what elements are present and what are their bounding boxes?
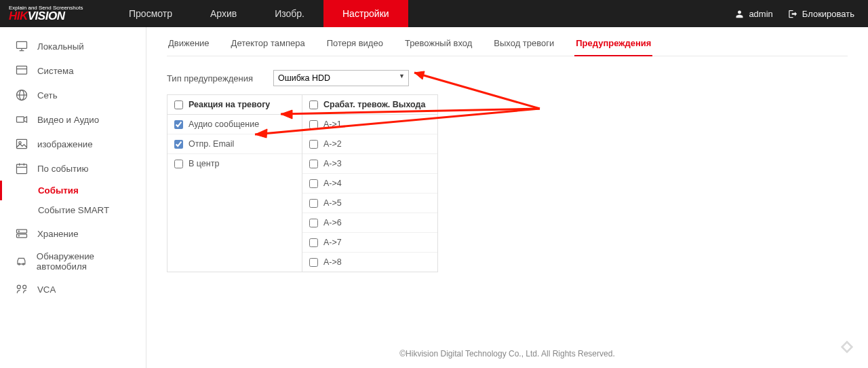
alarmout-8-label: A->8 [323,257,342,267]
topnav: Просмотр Архив Изобр. Настройки [110,0,408,27]
alarmout-3-label: A->3 [323,159,342,168]
main-panel: Движение Детектор тампера Потеря видео Т… [146,27,868,368]
subtab-alarm-out[interactable]: Выход тревоги [492,34,555,56]
sidebar-sub-events[interactable]: События [0,181,146,200]
linkage-all-checkbox[interactable] [174,100,183,109]
alarmout-5-checkbox[interactable] [309,199,318,208]
svg-point-17 [18,231,19,232]
sidebar-system[interactable]: Система [0,58,146,83]
monitor-icon [15,39,28,53]
alarmout-row-2: A->2 [302,134,437,154]
linkage-email-checkbox[interactable] [174,140,183,149]
column-alarm-out: Срабат. тревож. Выхода A->1 A->2 A->3 A-… [302,94,438,272]
logo: Explain and Send Screenshots HIKVISION [0,5,110,22]
linkage-audio-checkbox[interactable] [174,120,183,129]
system-icon [15,64,28,77]
sidebar-video-audio[interactable]: Видео и Аудио [0,107,146,132]
linkage-row-center: В центр [167,154,302,173]
sidebar-label: Видео и Аудио [37,115,99,125]
sidebar-label: VCA [37,284,56,295]
sidebar-by-event[interactable]: По событию [0,156,146,181]
alarmout-1-label: A->1 [323,119,342,129]
user-icon [734,9,745,19]
form-area: Тип предупреждения Ошибка HDD Реакция на… [167,56,848,272]
svg-rect-8 [17,117,24,122]
sidebar-sub-smart[interactable]: Событие SMART [0,200,146,220]
linkage-row-email: Отпр. Email [167,134,302,154]
sidebar-label: изображение [37,139,93,149]
calendar-icon [15,162,28,175]
network-icon [15,88,28,102]
topnav-settings[interactable]: Настройки [323,0,408,27]
diamond-icon [840,339,854,354]
svg-point-18 [18,236,19,236]
sidebar-storage[interactable]: Хранение [0,221,146,246]
car-icon [15,255,28,268]
lock-button[interactable]: Блокировать [788,9,854,19]
sidebar: Локальный Система Сеть Видео и Аудио изо… [0,27,146,368]
column-linkage-header: Реакция на тревогу [167,95,302,115]
subtab-alarm-in[interactable]: Тревожный вход [403,34,473,56]
linkage-center-checkbox[interactable] [174,160,183,168]
user-button[interactable]: admin [734,9,772,19]
subtab-tamper[interactable]: Детектор тампера [230,34,307,56]
alarmout-6-checkbox[interactable] [309,219,318,227]
linkage-row-audio: Аудио сообщение [167,115,302,134]
vca-icon [15,282,28,296]
sidebar-label: Локальный [37,41,84,52]
alarmout-2-checkbox[interactable] [309,140,318,149]
topbar: Explain and Send Screenshots HIKVISION П… [0,0,868,27]
alarmout-4-label: A->4 [323,179,342,188]
alarmout-row-7: A->7 [302,233,437,253]
logo-brand: HIKVISION [9,11,110,22]
image-icon [15,137,28,151]
alarmout-1-checkbox[interactable] [309,120,318,129]
alarmout-6-label: A->6 [323,218,342,227]
sidebar-vehicle[interactable]: Обнаружение автомобиля [0,246,146,277]
lock-label: Блокировать [802,9,854,19]
subtabs: Движение Детектор тампера Потеря видео Т… [167,34,848,56]
logout-icon [788,9,798,19]
linkage-audio-label: Аудио сообщение [189,119,259,129]
alarmout-row-6: A->6 [302,213,437,233]
sidebar-local[interactable]: Локальный [0,34,146,58]
alarmout-row-4: A->4 [302,174,437,194]
alarmout-row-1: A->1 [302,115,437,134]
sidebar-label: По событию [37,164,89,174]
linkage-center-label: В центр [189,159,219,168]
alarmout-2-label: A->2 [323,139,342,149]
alarmout-7-checkbox[interactable] [309,238,318,247]
sidebar-label: Хранение [37,229,79,239]
topnav-view[interactable]: Просмотр [110,0,191,27]
subtab-video-loss[interactable]: Потеря видео [326,34,384,56]
alarmout-8-checkbox[interactable] [309,258,318,267]
sidebar-network[interactable]: Сеть [0,83,146,107]
svg-rect-11 [17,164,27,173]
alarmout-all-checkbox[interactable] [309,100,318,109]
sidebar-vca[interactable]: VCA [0,277,146,301]
sidebar-label: Система [37,66,74,76]
content-wrap: Локальный Система Сеть Видео и Аудио изо… [0,27,868,368]
alarmout-5-label: A->5 [323,198,342,208]
svg-rect-0 [17,41,27,48]
column-linkage: Реакция на тревогу Аудио сообщение Отпр.… [167,94,302,272]
camera-icon [15,113,28,126]
options-grid: Реакция на тревогу Аудио сообщение Отпр.… [167,94,848,272]
topnav-image[interactable]: Изобр. [256,0,323,27]
alarmout-header-label: Срабат. тревож. Выхода [323,100,425,109]
exception-type-label: Тип предупреждения [167,73,253,84]
alarmout-4-checkbox[interactable] [309,179,318,188]
svg-rect-9 [17,139,27,148]
subtab-exception[interactable]: Предупреждения [574,34,652,56]
topnav-archive[interactable]: Архив [191,0,256,27]
svg-point-22 [23,285,26,289]
exception-type-select[interactable]: Ошибка HDD [273,70,409,86]
subtab-motion[interactable]: Движение [167,34,211,56]
sidebar-subgroup-event: События Событие SMART [0,181,146,221]
storage-icon [15,227,28,240]
alarmout-row-8: A->8 [302,253,437,272]
alarmout-3-checkbox[interactable] [309,160,318,168]
linkage-email-label: Отпр. Email [189,139,234,149]
alarmout-row-3: A->3 [302,154,437,174]
sidebar-image[interactable]: изображение [0,132,146,156]
